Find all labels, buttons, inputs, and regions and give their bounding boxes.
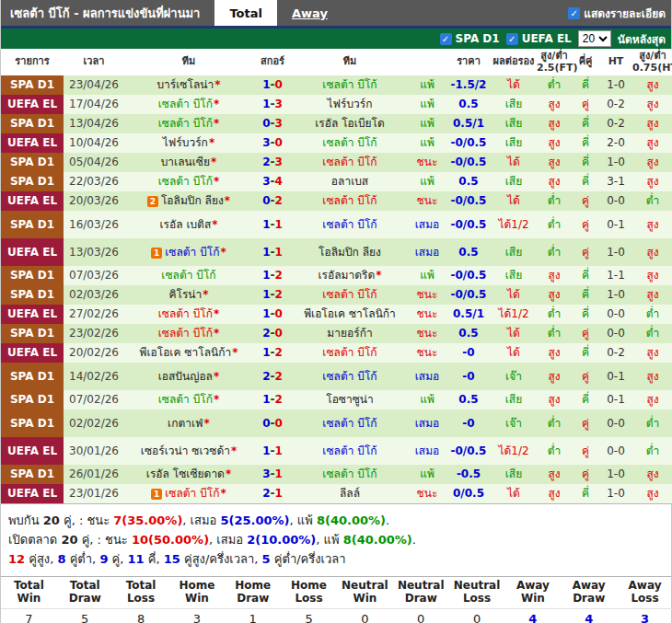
team-name[interactable]: เกตาเฟ่*	[168, 417, 210, 430]
match-result: แพ้	[408, 75, 446, 95]
over-under-ht: สูง	[632, 95, 672, 114]
match-date: 23/01/26	[64, 484, 124, 503]
team-name[interactable]: โอซาซูน่า	[326, 393, 374, 406]
filter-spa-d1: ✓ SPA D1	[440, 32, 500, 45]
league-badge: SPA D1	[1, 172, 64, 191]
col-league: รายการ	[1, 49, 64, 75]
stats-count: 7	[1, 608, 57, 623]
team-name[interactable]: เซลต้า บีโก้	[322, 467, 377, 480]
team-name[interactable]: เซลต้า บีโก้*	[158, 393, 220, 406]
team-name[interactable]: เซอร์เวน่า ซเวซด้า*	[141, 444, 237, 457]
team-name[interactable]: เซลต้า บีโก้	[322, 370, 377, 383]
ht-score: 1-0	[599, 285, 632, 305]
show-detail-toggle: ✓ แสดงรายละเอียด	[568, 5, 666, 22]
team-name[interactable]: เซลต้า บีโก้*	[158, 307, 220, 320]
match-row: UEFA EL20/03/262โอลิมปิก ลียง*0-2เซลต้า …	[1, 191, 672, 211]
ft-score: 1-2	[253, 343, 292, 363]
tab-total[interactable]: Total	[214, 0, 277, 26]
ht-score: 2-0	[599, 133, 632, 153]
star-icon: *	[214, 78, 220, 91]
team-name[interactable]: พีเอโอเค ซาโลนิก้า*	[140, 346, 238, 359]
summary-line: เปิดตลาด 20 คู่, : ชนะ 10(50.00%), เสมอ …	[8, 530, 664, 549]
match-row: SPA D123/02/26เซลต้า บีโก้*2-0มายอร์ก้าช…	[1, 324, 672, 343]
league-badge: SPA D1	[1, 153, 64, 172]
spa-d1-checkbox-icon[interactable]: ✓	[440, 33, 452, 45]
match-row: SPA D102/02/26เกตาเฟ่*0-0เซลต้า บีโก้เสม…	[1, 410, 672, 437]
team-name[interactable]: เซลต้า บีโก้	[322, 78, 377, 91]
team-name[interactable]: เซลต้า บีโก้	[322, 218, 377, 231]
team-name[interactable]: เรอัลมาดริด*	[318, 269, 381, 282]
team-name[interactable]: เซลต้า บีโก้	[322, 346, 377, 359]
team-name[interactable]: เรอัล เบติส*	[159, 218, 217, 231]
team-name[interactable]: เซลต้า บีโก้*	[158, 327, 220, 340]
team-name[interactable]: 1เซลต้า บีโก้*	[151, 246, 226, 259]
handicap-result: ได้	[491, 343, 537, 363]
team-name[interactable]: ไฟร์บวร์ก	[327, 98, 372, 110]
team-name[interactable]: อลาเบส	[331, 175, 368, 188]
star-icon: *	[204, 417, 210, 430]
handicap-line: -0/0.5	[446, 266, 491, 285]
handicap-line: -0/0.5	[446, 437, 491, 465]
team-name[interactable]: เซลต้า บีโก้	[322, 194, 377, 207]
team-name[interactable]: เรอัล โอเบียโด	[315, 117, 385, 130]
team-name[interactable]: 1เซลต้า บีโก้*	[151, 487, 226, 500]
match-count-select[interactable]: 20	[578, 30, 611, 47]
match-date: 14/02/26	[64, 363, 124, 390]
over-under-ht: สูง	[632, 211, 672, 238]
star-icon: *	[376, 269, 381, 282]
ft-score: 1-2	[253, 285, 292, 305]
team-name[interactable]: ไฟร์บวร์ก*	[163, 136, 214, 149]
odd-even: คี่	[572, 114, 599, 133]
handicap-result: ได้	[491, 285, 537, 305]
show-detail-checkbox-icon[interactable]: ✓	[568, 7, 580, 19]
team-name[interactable]: โอลิมปิก ลียง	[319, 246, 381, 259]
over-under-ht: สูง	[632, 363, 672, 390]
team-name[interactable]: เอสปันญ่อล*	[158, 370, 220, 383]
match-row: UEFA EL23/01/261เซลต้า บีโก้*2-1ลีลล์ชนะ…	[1, 484, 672, 503]
match-row: SPA D116/03/26เรอัล เบติส*1-1เซลต้า บีโก…	[1, 211, 672, 238]
team-name[interactable]: เซลต้า บีโก้	[322, 288, 377, 301]
home-team-cell: ไฟร์บวร์ก*	[124, 133, 253, 153]
team-name[interactable]: บาร์เซโลน่า*	[156, 78, 220, 91]
team-name[interactable]: บาเลนเซีย*	[161, 156, 217, 168]
team-name[interactable]: เซลต้า บีโก้	[322, 444, 377, 457]
over-under-ht: สูง	[632, 133, 672, 153]
away-team-cell: มายอร์ก้า	[292, 324, 408, 343]
team-name[interactable]: เซลต้า บีโก้*	[158, 175, 220, 188]
team-name[interactable]: 2โอลิมปิก ลียง*	[147, 194, 230, 207]
match-result: แพ้	[408, 465, 446, 484]
match-result: แพ้	[408, 390, 446, 410]
league-badge: SPA D1	[1, 75, 64, 95]
away-team-cell: เซลต้า บีโก้	[292, 437, 408, 465]
team-name[interactable]: เซลต้า บีโก้	[322, 136, 377, 149]
over-under-ft: ต่ำ	[537, 305, 572, 324]
uefa-el-checkbox-icon[interactable]: ✓	[506, 33, 518, 45]
col-handicap-result: ผลต่อรอง	[491, 49, 537, 75]
team-name[interactable]: เซลต้า บีโก้*	[158, 98, 220, 110]
stats-count: 0	[337, 608, 393, 623]
tab-away[interactable]: Away	[277, 0, 342, 26]
team-name[interactable]: มายอร์ก้า	[327, 327, 372, 340]
stats-count: 0	[449, 608, 505, 623]
team-name[interactable]: เซลต้า บีโก้	[322, 417, 377, 430]
star-icon: *	[203, 288, 208, 301]
odd-even: คู่	[572, 437, 599, 465]
team-name[interactable]: เซลต้า บีโก้	[322, 156, 377, 168]
match-date: 05/04/26	[64, 153, 124, 172]
star-icon: *	[212, 218, 217, 231]
match-date: 26/01/26	[64, 465, 124, 484]
odd-even: คู่	[572, 211, 599, 238]
team-name[interactable]: เซลต้า บีโก้*	[158, 117, 220, 130]
team-name[interactable]: ลีลล์	[340, 487, 360, 500]
over-under-ht: ต่ำ	[632, 410, 672, 437]
team-name[interactable]: พีเอโอเค ซาโลนิก้า	[304, 307, 396, 320]
odd-even: คู่	[572, 410, 599, 437]
team-name[interactable]: เรอัล โซเซียดาด*	[146, 467, 231, 480]
team-name[interactable]: เซลต้า บีโก้	[161, 269, 215, 282]
home-team-cell: คิโรน่า*	[124, 285, 253, 305]
summary-line: พบกัน 20 คู่, : ชนะ 7(35.00%), เสมอ 5(25…	[8, 511, 664, 530]
over-under-ht: สูง	[632, 153, 672, 172]
handicap-result: เสีย	[491, 95, 537, 114]
team-name[interactable]: คิโรน่า*	[168, 288, 208, 301]
ft-score: 0-3	[253, 114, 292, 133]
